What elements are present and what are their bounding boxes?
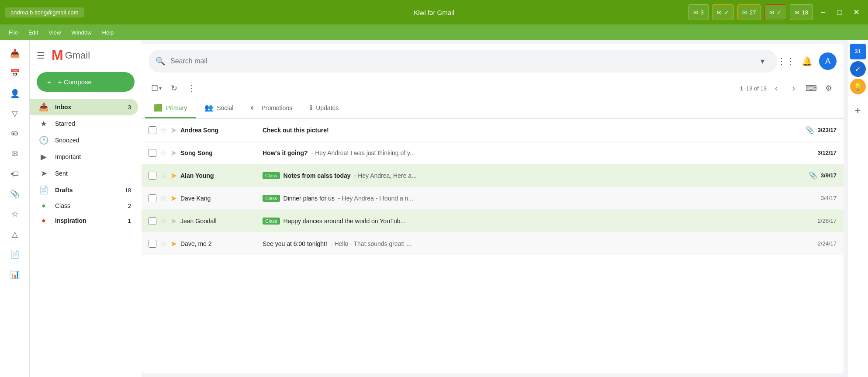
badge-count-orange[interactable]: ✉ 27 (737, 4, 761, 20)
date-2: 3/12/17 (818, 149, 837, 156)
sender-6: Dave, me 2 (180, 240, 259, 247)
strip-star-icon[interactable]: ☆ (6, 205, 24, 223)
star-2[interactable]: ☆ (160, 148, 167, 158)
tasks-button[interactable]: ✓ (850, 61, 866, 77)
next-page-button[interactable]: › (786, 80, 802, 96)
mail-icon-orange-1: ✉ (717, 9, 722, 16)
menu-file[interactable]: File (3, 28, 23, 38)
menu-view[interactable]: View (43, 28, 66, 38)
email-row[interactable]: ☆ ➤ Andrea Song Check out this picture! … (142, 119, 844, 142)
promotions-tab-icon: 🏷 (251, 104, 258, 112)
gmail-text: Gmail (65, 50, 90, 61)
more-options-button[interactable]: ⋮ (183, 80, 199, 96)
star-1[interactable]: ☆ (160, 125, 167, 135)
apps-grid-button[interactable]: ⋮⋮ (777, 52, 795, 70)
strip-sheets-icon[interactable]: 📊 (6, 266, 24, 283)
strip-filter-icon[interactable]: ▽ (6, 105, 24, 122)
email-row[interactable]: ☆ ➤ Dave, me 2 See you at 6:00 tonight! … (142, 232, 844, 255)
search-input[interactable] (170, 57, 749, 65)
email-checkbox-3[interactable] (149, 172, 156, 180)
compose-plus-icon: + (47, 78, 51, 86)
minimize-button[interactable]: − (816, 6, 830, 19)
email-row[interactable]: ☆ ➤ Song Song How's it going? - Hey Andr… (142, 142, 844, 164)
strip-5d-icon[interactable]: 5D (6, 125, 24, 142)
email-row[interactable]: ☆ ➤ Dave Kang Class Dinner plans for us … (142, 187, 844, 210)
strip-attach-icon[interactable]: 📎 (6, 185, 24, 203)
checkbox-icon: ☐ (151, 83, 158, 93)
email-checkbox-5[interactable] (149, 217, 156, 225)
strip-mail-icon[interactable]: ✉ (6, 145, 24, 163)
subject-area-1: Check out this picture! (263, 127, 802, 134)
social-tab-label: Social (217, 104, 233, 111)
star-5[interactable]: ☆ (160, 216, 167, 226)
search-dropdown-button[interactable]: ▾ (754, 53, 770, 69)
forward-1: ➤ (170, 125, 177, 135)
notification-button[interactable]: 🔔 (798, 52, 816, 70)
sidebar-header: ☰ M Gmail (30, 44, 142, 70)
tab-social[interactable]: 👥 Social (196, 98, 242, 118)
star-6[interactable]: ☆ (160, 239, 167, 249)
account-email[interactable]: andrea.b.song@gmail.com (5, 7, 84, 17)
calendar-widget-button[interactable]: 31 (850, 44, 866, 59)
sender-3: Alan Young (180, 172, 259, 179)
sidebar-item-snoozed[interactable]: 🕐 Snoozed (30, 132, 138, 149)
gmail-logo: M Gmail (52, 47, 90, 63)
email-checkbox-4[interactable] (149, 194, 156, 202)
sidebar-item-sent[interactable]: ➤ Sent (30, 165, 138, 182)
maximize-button[interactable]: □ (833, 6, 846, 19)
sidebar-item-inbox[interactable]: 📥 Inbox 3 (30, 99, 138, 115)
email-count: 1–13 of 13 (740, 85, 767, 92)
email-checkbox-1[interactable] (149, 126, 156, 134)
prev-page-button[interactable]: ‹ (768, 80, 784, 96)
strip-drive-icon[interactable]: △ (6, 225, 24, 243)
select-all-checkbox[interactable]: ☐ ▾ (149, 80, 164, 96)
star-4[interactable]: ☆ (160, 194, 167, 203)
badge-count-blue[interactable]: ✉ 18 (790, 4, 813, 20)
right-icon-strip: 31 ✓ 💡 + (847, 40, 868, 377)
app-title: Kiwi for Gmail (414, 9, 454, 16)
menu-edit[interactable]: Edit (23, 28, 43, 38)
forward-3: ➤ (170, 171, 177, 180)
badge-check-red[interactable]: ✉ ✓ (764, 4, 786, 20)
star-3[interactable]: ☆ (160, 171, 167, 180)
menu-window[interactable]: Window (66, 28, 97, 38)
tab-primary[interactable]: 🟩 Primary (145, 98, 196, 118)
compose-button[interactable]: + + Compose (37, 72, 135, 92)
menu-help[interactable]: Help (97, 28, 119, 38)
avatar[interactable]: A (819, 52, 837, 70)
close-button[interactable]: ✕ (850, 6, 863, 19)
email-toolbar: ☐ ▾ ↻ ⋮ 1–13 of 13 ‹ › ⌨ ⚙ (142, 79, 844, 98)
add-plugin-button[interactable]: + (849, 102, 867, 119)
sender-5: Jean Goodall (180, 218, 259, 225)
hamburger-menu-button[interactable]: ☰ (37, 50, 45, 61)
email-row[interactable]: ☆ ➤ Alan Young Class Notes from calss to… (142, 164, 844, 187)
strip-contacts-icon[interactable]: 👤 (6, 85, 24, 102)
strip-calendar-icon[interactable]: 📅 (6, 65, 24, 82)
keep-button[interactable]: 💡 (850, 79, 866, 94)
sender-2: Song Song (180, 149, 259, 156)
tab-updates[interactable]: ℹ Updates (301, 98, 347, 118)
strip-docs-icon[interactable]: 📄 (6, 246, 24, 263)
inbox-icon: 📥 (38, 102, 49, 112)
email-checkbox-2[interactable] (149, 149, 156, 157)
meta-6: 2/24/17 (818, 240, 837, 247)
strip-inbox-icon[interactable]: 📥 (6, 45, 24, 62)
subject-area-3: Class Notes from calss today - Hey Andre… (263, 172, 805, 179)
check-mark-1: ✓ (724, 9, 729, 16)
badge-check-orange[interactable]: ✉ ✓ (712, 4, 734, 20)
inbox-tabs: 🟩 Primary 👥 Social 🏷 Promotions ℹ Update… (142, 98, 844, 119)
sidebar-item-class[interactable]: ● Class 2 (30, 198, 138, 213)
refresh-button[interactable]: ↻ (166, 80, 182, 96)
settings-button[interactable]: ⚙ (821, 80, 837, 96)
updates-tab-icon: ℹ (310, 104, 312, 112)
email-checkbox-6[interactable] (149, 240, 156, 248)
email-row[interactable]: ☆ ➤ Jean Goodall Class Happy dances arou… (142, 210, 844, 232)
sidebar-item-drafts[interactable]: 📄 Drafts 18 (30, 182, 138, 198)
sidebar-item-starred[interactable]: ★ Starred (30, 115, 138, 132)
sidebar-item-inspiration[interactable]: ● Inspiration 1 (30, 213, 138, 228)
sidebar-item-important[interactable]: ▶ Important (30, 149, 138, 165)
strip-label-icon[interactable]: 🏷 (6, 165, 24, 183)
tab-promotions[interactable]: 🏷 Promotions (242, 98, 301, 118)
badge-inbox-green[interactable]: ✉ 3 (688, 4, 709, 20)
keyboard-shortcut-button[interactable]: ⌨ (803, 80, 819, 96)
